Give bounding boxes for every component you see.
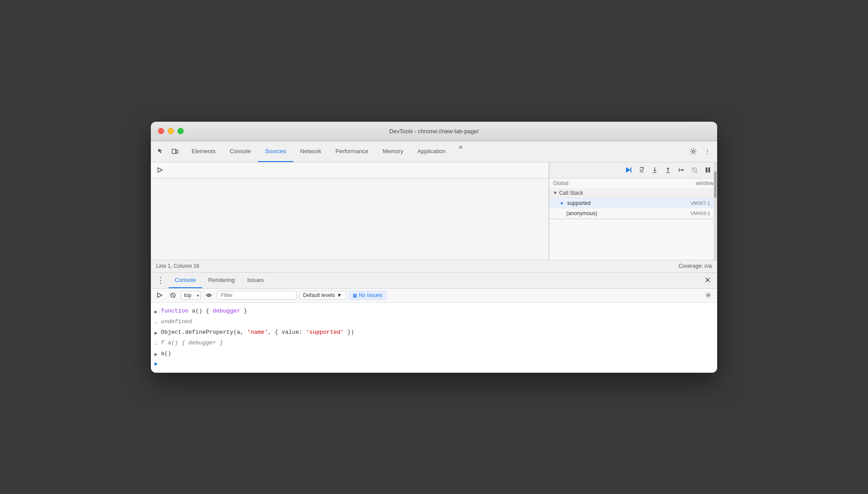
- svg-point-24: [208, 294, 210, 296]
- inspect-icon[interactable]: [154, 145, 167, 158]
- title-bar: DevTools - chrome://new-tab-page/: [151, 122, 717, 141]
- sources-editor: [151, 178, 549, 260]
- nav-tabs: Elements Console Sources Network Perform…: [184, 141, 687, 162]
- sources-panel-toggle[interactable]: [154, 164, 166, 176]
- tab-sources[interactable]: Sources: [258, 141, 293, 162]
- svg-rect-20: [708, 167, 710, 173]
- svg-marker-15: [682, 169, 684, 171]
- console-settings-icon[interactable]: [703, 290, 714, 301]
- svg-line-23: [171, 293, 175, 297]
- svg-line-17: [692, 167, 697, 173]
- svg-marker-3: [158, 168, 162, 172]
- tab-network[interactable]: Network: [293, 141, 329, 162]
- filter-input[interactable]: [217, 291, 296, 300]
- svg-point-2: [692, 151, 695, 153]
- console-line-1: ► function a() { debugger }: [151, 306, 717, 317]
- deactivate-breakpoints-icon[interactable]: [689, 164, 700, 176]
- svg-marker-21: [157, 293, 162, 297]
- console-ban-icon[interactable]: [168, 290, 178, 301]
- svg-marker-4: [626, 167, 630, 173]
- console-toolbar: top Default levels ▼: [151, 289, 717, 303]
- call-stack-section: ▼ Call Stack ► supported VM307:1: [549, 188, 717, 219]
- output-arrow-2: ←: [154, 340, 157, 348]
- more-console-options[interactable]: ⋮: [154, 274, 167, 286]
- context-selector-wrapper: top: [181, 291, 201, 300]
- status-bar: Line 1, Column 16 Coverage: n/a: [151, 260, 717, 272]
- console-line-4: ← f a() { debugger }: [151, 338, 717, 349]
- maximize-button[interactable]: [177, 128, 184, 134]
- scrollbar-thumb[interactable]: [714, 171, 717, 198]
- more-tabs-icon[interactable]: »: [454, 141, 467, 153]
- no-issues-button[interactable]: ▦ No Issues: [349, 291, 386, 300]
- sources-toolbar: [151, 162, 549, 178]
- step-over-icon[interactable]: [636, 164, 647, 176]
- device-toggle-icon[interactable]: [169, 145, 181, 158]
- settings-icon[interactable]: [687, 145, 699, 158]
- output-arrow: ←: [154, 319, 157, 327]
- tab-memory[interactable]: Memory: [376, 141, 411, 162]
- step-out-icon[interactable]: [662, 164, 674, 176]
- svg-point-25: [707, 294, 709, 296]
- console-clear-icon[interactable]: [154, 290, 165, 301]
- tab-elements[interactable]: Elements: [184, 141, 223, 162]
- call-stack-header[interactable]: ▼ Call Stack: [549, 188, 717, 198]
- console-tabs: ⋮ Console Rendering Issues ✕: [151, 273, 717, 289]
- minimize-button[interactable]: [168, 128, 174, 134]
- close-button[interactable]: [158, 128, 164, 134]
- default-levels-button[interactable]: Default levels ▼: [299, 291, 346, 300]
- svg-marker-9: [653, 170, 656, 172]
- tab-rendering[interactable]: Rendering: [202, 272, 241, 288]
- debug-panel: Global window ▼ Call Stack ► supported: [549, 162, 717, 260]
- debugger-toolbar: [549, 162, 717, 178]
- pause-on-exceptions-icon[interactable]: [702, 164, 714, 176]
- step-into-icon[interactable]: [649, 164, 661, 176]
- devtools-window: DevTools - chrome://new-tab-page/: [151, 122, 717, 373]
- toolbar-right: ⋮: [687, 145, 714, 158]
- console-output: ► function a() { debugger } ← undefined …: [151, 303, 717, 373]
- svg-rect-19: [706, 167, 707, 173]
- close-console-icon[interactable]: ✕: [701, 274, 714, 286]
- devtools-body: Elements Console Sources Network Perform…: [151, 141, 717, 373]
- step-icon[interactable]: [676, 164, 687, 176]
- toolbar-icons-left: [154, 145, 181, 158]
- resume-icon[interactable]: [622, 164, 634, 176]
- console-prompt-icon: ►: [154, 360, 158, 368]
- expand-arrow-5[interactable]: ►: [154, 351, 157, 359]
- call-stack-item-anonymous[interactable]: (anonymous) VM459:1: [549, 208, 717, 219]
- bottom-panel: ⋮ Console Rendering Issues ✕: [151, 272, 717, 373]
- call-stack-item-supported[interactable]: ► supported VM307:1: [549, 198, 717, 208]
- more-options-icon[interactable]: ⋮: [701, 145, 714, 158]
- tab-console[interactable]: Console: [223, 141, 258, 162]
- context-selector[interactable]: top: [181, 291, 201, 300]
- console-line-5: ► a(): [151, 349, 717, 359]
- truncated-row: Global window: [549, 178, 717, 188]
- scrollbar-track[interactable]: [714, 162, 717, 260]
- tab-performance[interactable]: Performance: [328, 141, 375, 162]
- tab-issues[interactable]: Issues: [241, 272, 270, 288]
- svg-rect-5: [630, 167, 631, 173]
- expand-arrow-3[interactable]: ►: [154, 329, 157, 337]
- tab-application[interactable]: Application: [411, 141, 453, 162]
- traffic-lights: [158, 128, 184, 134]
- svg-rect-0: [172, 149, 176, 154]
- console-line-3: ► Object.defineProperty(a, 'name', { val…: [151, 328, 717, 338]
- console-line-2: ← undefined: [151, 317, 717, 328]
- main-toolbar: Elements Console Sources Network Perform…: [151, 141, 717, 162]
- current-frame-indicator: ►: [560, 201, 565, 205]
- expand-arrow-1[interactable]: ►: [154, 308, 157, 316]
- console-prompt-line[interactable]: ►: [151, 359, 717, 369]
- svg-marker-12: [667, 167, 669, 169]
- svg-rect-1: [176, 150, 178, 153]
- window-title: DevTools - chrome://new-tab-page/: [389, 128, 479, 135]
- eye-icon[interactable]: [204, 290, 214, 301]
- tab-console-bottom[interactable]: Console: [169, 272, 202, 288]
- sources-left-panel: [151, 162, 549, 260]
